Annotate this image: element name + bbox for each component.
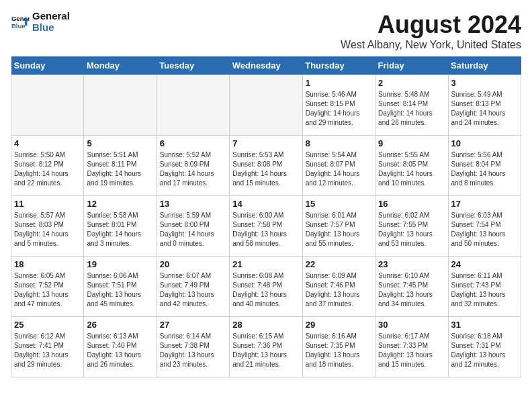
day-info: Sunrise: 6:06 AM Sunset: 7:51 PM Dayligh… (87, 271, 153, 309)
weekday-header-row: SundayMondayTuesdayWednesdayThursdayFrid… (11, 56, 521, 75)
day-info: Sunrise: 6:16 AM Sunset: 7:35 PM Dayligh… (306, 332, 372, 369)
day-number: 1 (306, 78, 372, 88)
day-number: 9 (378, 138, 445, 148)
calendar-cell: 28Sunrise: 6:15 AM Sunset: 7:36 PM Dayli… (230, 317, 302, 377)
calendar-cell: 29Sunrise: 6:16 AM Sunset: 7:35 PM Dayli… (302, 317, 375, 377)
calendar-cell: 21Sunrise: 6:08 AM Sunset: 7:48 PM Dayli… (230, 257, 302, 317)
day-info: Sunrise: 5:55 AM Sunset: 8:05 PM Dayligh… (378, 150, 445, 188)
day-info: Sunrise: 6:15 AM Sunset: 7:36 PM Dayligh… (232, 332, 299, 369)
calendar-cell: 27Sunrise: 6:14 AM Sunset: 7:38 PM Dayli… (157, 317, 229, 377)
day-info: Sunrise: 6:09 AM Sunset: 7:46 PM Dayligh… (306, 271, 372, 309)
calendar-cell: 24Sunrise: 6:11 AM Sunset: 7:43 PM Dayli… (448, 257, 521, 317)
day-number: 4 (14, 138, 81, 148)
calendar-cell: 10Sunrise: 5:56 AM Sunset: 8:04 PM Dayli… (448, 136, 521, 196)
day-number: 13 (160, 199, 226, 209)
day-info: Sunrise: 5:57 AM Sunset: 8:03 PM Dayligh… (14, 211, 81, 248)
day-number: 23 (378, 259, 445, 269)
day-number: 21 (232, 259, 299, 269)
day-info: Sunrise: 5:48 AM Sunset: 8:14 PM Dayligh… (378, 90, 445, 128)
day-number: 15 (306, 199, 372, 209)
calendar-cell: 22Sunrise: 6:09 AM Sunset: 7:46 PM Dayli… (302, 257, 375, 317)
calendar-cell: 23Sunrise: 6:10 AM Sunset: 7:45 PM Dayli… (375, 257, 448, 317)
logo: General Blue General Blue (11, 11, 70, 33)
day-info: Sunrise: 5:54 AM Sunset: 8:07 PM Dayligh… (306, 150, 372, 188)
calendar-cell: 12Sunrise: 5:58 AM Sunset: 8:01 PM Dayli… (84, 196, 157, 257)
day-number: 29 (306, 320, 372, 330)
calendar-cell: 19Sunrise: 6:06 AM Sunset: 7:51 PM Dayli… (84, 257, 157, 317)
calendar-week-2: 4Sunrise: 5:50 AM Sunset: 8:12 PM Daylig… (11, 136, 521, 196)
calendar-cell: 15Sunrise: 6:01 AM Sunset: 7:57 PM Dayli… (302, 196, 375, 257)
day-info: Sunrise: 5:58 AM Sunset: 8:01 PM Dayligh… (87, 211, 153, 248)
day-number: 16 (378, 199, 445, 209)
day-number: 5 (87, 138, 153, 148)
calendar-cell: 31Sunrise: 6:18 AM Sunset: 7:31 PM Dayli… (448, 317, 521, 377)
day-number: 17 (451, 199, 518, 209)
title-block: August 2024 West Albany, New York, Unite… (341, 11, 521, 51)
day-number: 8 (306, 138, 372, 148)
calendar-cell (11, 75, 84, 136)
day-info: Sunrise: 6:11 AM Sunset: 7:43 PM Dayligh… (451, 271, 518, 309)
day-number: 27 (160, 320, 226, 330)
calendar-cell: 13Sunrise: 5:59 AM Sunset: 8:00 PM Dayli… (157, 196, 229, 257)
day-info: Sunrise: 6:03 AM Sunset: 7:54 PM Dayligh… (451, 211, 518, 248)
day-number: 26 (87, 320, 153, 330)
calendar-week-3: 11Sunrise: 5:57 AM Sunset: 8:03 PM Dayli… (11, 196, 521, 257)
day-info: Sunrise: 6:07 AM Sunset: 7:49 PM Dayligh… (160, 271, 226, 309)
day-number: 14 (232, 199, 299, 209)
day-number: 6 (160, 138, 226, 148)
day-info: Sunrise: 6:13 AM Sunset: 7:40 PM Dayligh… (87, 332, 153, 369)
day-number: 25 (14, 320, 81, 330)
calendar-cell: 6Sunrise: 5:52 AM Sunset: 8:09 PM Daylig… (157, 136, 229, 196)
logo-text-blue: Blue (32, 22, 70, 34)
calendar-cell: 8Sunrise: 5:54 AM Sunset: 8:07 PM Daylig… (302, 136, 375, 196)
weekday-header-wednesday: Wednesday (230, 56, 302, 75)
day-number: 20 (160, 259, 226, 269)
calendar-table: SundayMondayTuesdayWednesdayThursdayFrid… (11, 56, 521, 377)
day-info: Sunrise: 5:51 AM Sunset: 8:11 PM Dayligh… (87, 150, 153, 188)
day-info: Sunrise: 6:01 AM Sunset: 7:57 PM Dayligh… (306, 211, 372, 248)
logo-icon: General Blue (11, 13, 30, 32)
day-info: Sunrise: 5:46 AM Sunset: 8:15 PM Dayligh… (306, 90, 372, 128)
day-number: 11 (14, 199, 81, 209)
day-number: 12 (87, 199, 153, 209)
day-number: 30 (378, 320, 445, 330)
calendar-cell: 7Sunrise: 5:53 AM Sunset: 8:08 PM Daylig… (230, 136, 302, 196)
logo-text-general: General (32, 11, 70, 22)
calendar-cell: 20Sunrise: 6:07 AM Sunset: 7:49 PM Dayli… (157, 257, 229, 317)
calendar-cell: 25Sunrise: 6:12 AM Sunset: 7:41 PM Dayli… (11, 317, 84, 377)
weekday-header-monday: Monday (84, 56, 157, 75)
day-info: Sunrise: 6:12 AM Sunset: 7:41 PM Dayligh… (14, 332, 81, 369)
calendar-week-5: 25Sunrise: 6:12 AM Sunset: 7:41 PM Dayli… (11, 317, 521, 377)
day-info: Sunrise: 6:18 AM Sunset: 7:31 PM Dayligh… (451, 332, 518, 369)
day-number: 10 (451, 138, 518, 148)
day-info: Sunrise: 6:10 AM Sunset: 7:45 PM Dayligh… (378, 271, 445, 309)
calendar-week-1: 1Sunrise: 5:46 AM Sunset: 8:15 PM Daylig… (11, 75, 521, 136)
weekday-header-saturday: Saturday (448, 56, 521, 75)
month-title: August 2024 (341, 11, 521, 39)
calendar-cell (157, 75, 229, 136)
day-info: Sunrise: 5:56 AM Sunset: 8:04 PM Dayligh… (451, 150, 518, 188)
svg-text:Blue: Blue (11, 21, 26, 29)
calendar-cell: 17Sunrise: 6:03 AM Sunset: 7:54 PM Dayli… (448, 196, 521, 257)
day-number: 24 (451, 259, 518, 269)
day-number: 2 (378, 78, 445, 88)
calendar-cell: 3Sunrise: 5:49 AM Sunset: 8:13 PM Daylig… (448, 75, 521, 136)
calendar-cell: 2Sunrise: 5:48 AM Sunset: 8:14 PM Daylig… (375, 75, 448, 136)
calendar-cell: 9Sunrise: 5:55 AM Sunset: 8:05 PM Daylig… (375, 136, 448, 196)
day-info: Sunrise: 6:02 AM Sunset: 7:55 PM Dayligh… (378, 211, 445, 248)
day-number: 7 (232, 138, 299, 148)
day-number: 22 (306, 259, 372, 269)
day-number: 31 (451, 320, 518, 330)
day-number: 18 (14, 259, 81, 269)
calendar-cell (84, 75, 157, 136)
day-info: Sunrise: 6:05 AM Sunset: 7:52 PM Dayligh… (14, 271, 81, 309)
calendar-cell: 5Sunrise: 5:51 AM Sunset: 8:11 PM Daylig… (84, 136, 157, 196)
day-info: Sunrise: 6:14 AM Sunset: 7:38 PM Dayligh… (160, 332, 226, 369)
calendar-cell (230, 75, 302, 136)
calendar-cell: 11Sunrise: 5:57 AM Sunset: 8:03 PM Dayli… (11, 196, 84, 257)
day-info: Sunrise: 6:00 AM Sunset: 7:58 PM Dayligh… (232, 211, 299, 248)
calendar-cell: 26Sunrise: 6:13 AM Sunset: 7:40 PM Dayli… (84, 317, 157, 377)
calendar-cell: 14Sunrise: 6:00 AM Sunset: 7:58 PM Dayli… (230, 196, 302, 257)
weekday-header-tuesday: Tuesday (157, 56, 229, 75)
calendar-cell: 1Sunrise: 5:46 AM Sunset: 8:15 PM Daylig… (302, 75, 375, 136)
